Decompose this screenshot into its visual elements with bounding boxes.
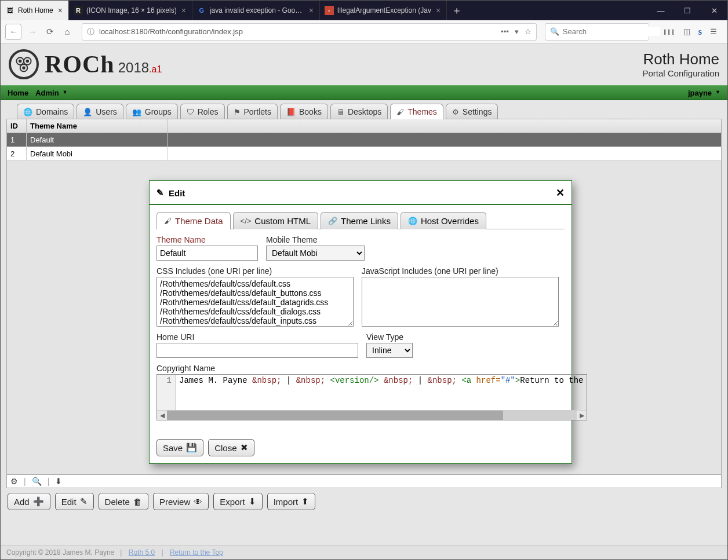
home-uri-input[interactable] xyxy=(156,343,358,358)
scroll-left-icon[interactable]: ◀ xyxy=(157,412,167,419)
code-icon: </> xyxy=(241,217,252,225)
copyright-code-editor[interactable]: 1 James M. Payne &nbsp; | &nbsp; <versio… xyxy=(156,374,587,420)
favicon-icon: ◦ xyxy=(325,6,334,15)
tab-themes[interactable]: 🖌Themes xyxy=(390,104,443,119)
menu-admin[interactable]: Admin xyxy=(32,89,71,97)
browser-tab-3[interactable]: ◦ IllegalArgumentException (Jav × xyxy=(320,1,447,20)
page-title: Roth Home xyxy=(642,50,719,68)
page-actions-icon[interactable]: ••• xyxy=(501,27,509,36)
dialog-tab-theme-data[interactable]: 🖌Theme Data xyxy=(156,212,231,229)
label-theme-name: Theme Name xyxy=(156,235,258,244)
add-button[interactable]: Add➕ xyxy=(8,493,50,510)
export-button[interactable]: Export⬇ xyxy=(213,493,262,510)
eye-icon: 👁 xyxy=(194,497,202,507)
main-menubar: Home Admin jpayne xyxy=(1,85,727,100)
dialog-tab-host-overrides[interactable]: 🌐Host Overrides xyxy=(401,212,486,229)
mobile-theme-select[interactable]: Default Mobi xyxy=(266,246,365,261)
search-icon: 🔍 xyxy=(550,27,559,36)
save-button[interactable]: Save💾 xyxy=(156,439,203,456)
close-icon[interactable]: × xyxy=(180,6,187,15)
label-home-uri: Home URI xyxy=(156,332,358,342)
label-css-includes: CSS Includes (one URI per line) xyxy=(156,266,354,276)
window-close-button[interactable]: ✕ xyxy=(701,1,727,20)
gear-icon[interactable]: ⚙ xyxy=(10,477,18,486)
view-type-select[interactable]: Inline xyxy=(366,343,413,358)
search-icon[interactable]: 🔍 xyxy=(32,477,42,486)
dialog-titlebar[interactable]: ✎ Edit ✕ xyxy=(150,181,572,205)
close-icon[interactable]: × xyxy=(308,6,315,15)
browser-tab-0[interactable]: 🖼 Roth Home × xyxy=(1,1,69,20)
tab-desktops[interactable]: 🖥Desktops xyxy=(330,104,388,119)
bookmark-icon[interactable]: ☆ xyxy=(525,27,532,36)
tab-groups[interactable]: 👥Groups xyxy=(126,104,178,119)
reload-button[interactable]: ⟳ xyxy=(43,27,56,37)
grid-footer: ⚙ | 🔍 | ⬇ xyxy=(7,474,721,488)
search-bar[interactable]: 🔍 xyxy=(545,23,649,41)
col-header-name[interactable]: Theme Name xyxy=(27,119,168,133)
table-row[interactable]: 1 Default xyxy=(7,133,721,147)
favicon-icon: G xyxy=(197,6,206,15)
save-icon: 💾 xyxy=(186,442,197,453)
col-header-id[interactable]: ID xyxy=(7,119,27,133)
search-input[interactable] xyxy=(563,27,660,36)
extension-icon[interactable]: s xyxy=(698,27,702,37)
dialog-tab-theme-links[interactable]: 🔗Theme Links xyxy=(321,212,398,229)
address-bar[interactable]: ⓘ localhost:8180/Roth/configuration/inde… xyxy=(82,23,537,41)
menu-icon[interactable]: ☰ xyxy=(710,27,717,36)
menu-home[interactable]: Home xyxy=(4,89,32,97)
code-line[interactable]: James M. Payne &nbsp; | &nbsp; <version/… xyxy=(176,375,587,410)
js-includes-textarea[interactable] xyxy=(362,277,559,327)
favicon-icon: R xyxy=(74,6,83,15)
site-info-icon[interactable]: ⓘ xyxy=(87,27,94,37)
home-button[interactable]: ⌂ xyxy=(61,27,74,36)
edit-icon: ✎ xyxy=(156,188,164,198)
import-button[interactable]: Import⬆ xyxy=(267,493,316,510)
dialog-title-text: Edit xyxy=(169,188,185,198)
download-icon[interactable]: ⬇ xyxy=(55,477,62,486)
minimize-button[interactable]: — xyxy=(647,1,674,20)
preview-button[interactable]: Preview👁 xyxy=(153,493,209,510)
new-tab-button[interactable]: ＋ xyxy=(447,1,467,20)
delete-button[interactable]: Delete🗑 xyxy=(99,493,148,510)
users-icon: 👥 xyxy=(132,108,141,116)
tab-title: java invalid exception - Google xyxy=(210,6,304,14)
close-icon[interactable]: × xyxy=(57,6,64,15)
code-gutter: 1 xyxy=(157,375,176,410)
globe-icon: 🌐 xyxy=(408,217,417,225)
action-bar: Add➕ Edit✎ Delete🗑 Preview👁 Export⬇ Impo… xyxy=(6,488,722,515)
library-icon[interactable]: ⫿⫿⫿ xyxy=(663,27,675,36)
scroll-thumb[interactable] xyxy=(167,411,503,420)
edit-button[interactable]: Edit✎ xyxy=(55,493,94,510)
gear-icon: ⚙ xyxy=(452,108,459,116)
label-copyright-name: Copyright Name xyxy=(156,364,587,373)
tab-books[interactable]: 📕Books xyxy=(280,104,328,119)
svg-point-4 xyxy=(27,60,29,63)
back-button[interactable]: ← xyxy=(5,24,21,40)
sidebar-icon[interactable]: ◫ xyxy=(683,27,690,36)
close-icon[interactable]: × xyxy=(435,6,442,15)
label-js-includes: JavaScript Includes (one URI per line) xyxy=(362,266,559,276)
tab-portlets[interactable]: ⚑Portlets xyxy=(227,104,278,119)
horizontal-scrollbar[interactable]: ◀ ▶ xyxy=(157,410,587,420)
menu-user[interactable]: jpayne xyxy=(685,89,724,97)
close-button[interactable]: Close✖ xyxy=(208,439,254,456)
tab-roles[interactable]: 🛡Roles xyxy=(180,104,225,119)
browser-tab-1[interactable]: R (ICON Image, 16 × 16 pixels) × xyxy=(69,1,192,20)
maximize-button[interactable]: ☐ xyxy=(674,1,701,20)
browser-tab-2[interactable]: G java invalid exception - Google × xyxy=(192,1,320,20)
trash-icon: 🗑 xyxy=(133,497,142,507)
page-subtitle: Portal Configuration xyxy=(642,68,719,78)
plus-icon: ➕ xyxy=(33,496,44,507)
tab-users[interactable]: 👤Users xyxy=(77,104,123,119)
tab-settings[interactable]: ⚙Settings xyxy=(446,104,498,119)
cell-id: 1 xyxy=(7,133,27,147)
theme-name-input[interactable] xyxy=(156,246,258,261)
forward-button[interactable]: → xyxy=(26,27,39,36)
tab-domains[interactable]: 🌐Domains xyxy=(17,104,74,119)
table-row[interactable]: 2 Default Mobi xyxy=(7,147,721,161)
dialog-tab-custom-html[interactable]: </>Custom HTML xyxy=(233,212,318,229)
close-icon[interactable]: ✕ xyxy=(556,186,565,199)
pocket-icon[interactable]: ▾ xyxy=(515,27,519,36)
scroll-right-icon[interactable]: ▶ xyxy=(577,412,587,419)
css-includes-textarea[interactable] xyxy=(156,277,354,327)
